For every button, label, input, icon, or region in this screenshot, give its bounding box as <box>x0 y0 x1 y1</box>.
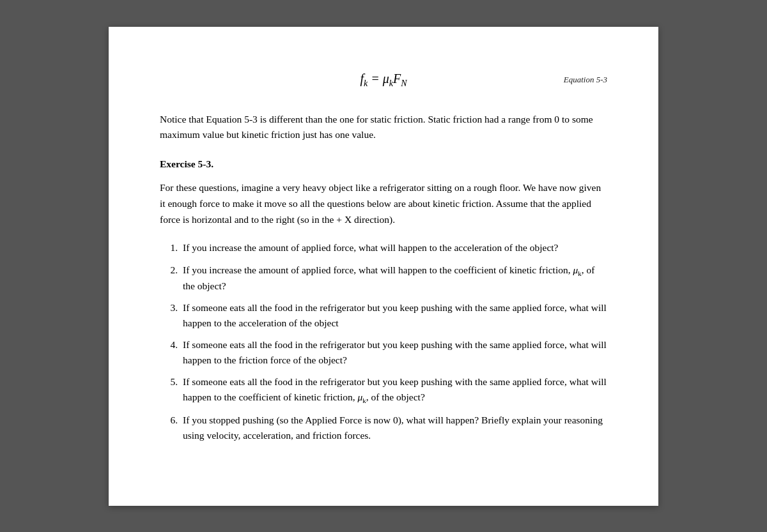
question-number: 4. <box>160 337 183 353</box>
question-number: 3. <box>160 300 183 315</box>
equation-label: Equation 5-3 <box>564 75 607 85</box>
page: fk = μkFN Equation 5-3 Notice that Equat… <box>109 27 658 506</box>
question-number: 2. <box>160 262 183 278</box>
question-number: 6. <box>160 413 183 428</box>
list-item: 5. If someone eats all the food in the r… <box>160 374 607 406</box>
equation-formula: fk = μkFN <box>360 72 407 89</box>
equation-block: fk = μkFN Equation 5-3 <box>160 72 607 89</box>
list-item: 3. If someone eats all the food in the r… <box>160 300 607 331</box>
question-text: If you increase the amount of applied fo… <box>183 240 607 255</box>
list-item: 1. If you increase the amount of applied… <box>160 240 607 255</box>
exercise-heading: Exercise 5-3. <box>160 158 607 170</box>
question-list: 1. If you increase the amount of applied… <box>160 240 607 443</box>
list-item: 6. If you stopped pushing (so the Applie… <box>160 413 607 443</box>
list-item: 2. If you increase the amount of applied… <box>160 262 607 294</box>
question-text: If someone eats all the food in the refr… <box>183 374 607 406</box>
question-text: If someone eats all the food in the refr… <box>183 337 607 368</box>
question-number: 5. <box>160 374 183 390</box>
notice-paragraph: Notice that Equation 5-3 is different th… <box>160 112 607 144</box>
list-item: 4. If someone eats all the food in the r… <box>160 337 607 368</box>
question-number: 1. <box>160 240 183 255</box>
question-text: If you increase the amount of applied fo… <box>183 262 607 294</box>
question-text: If you stopped pushing (so the Applied F… <box>183 413 607 443</box>
intro-paragraph: For these questions, imagine a very heav… <box>160 180 607 227</box>
question-text: If someone eats all the food in the refr… <box>183 300 607 331</box>
